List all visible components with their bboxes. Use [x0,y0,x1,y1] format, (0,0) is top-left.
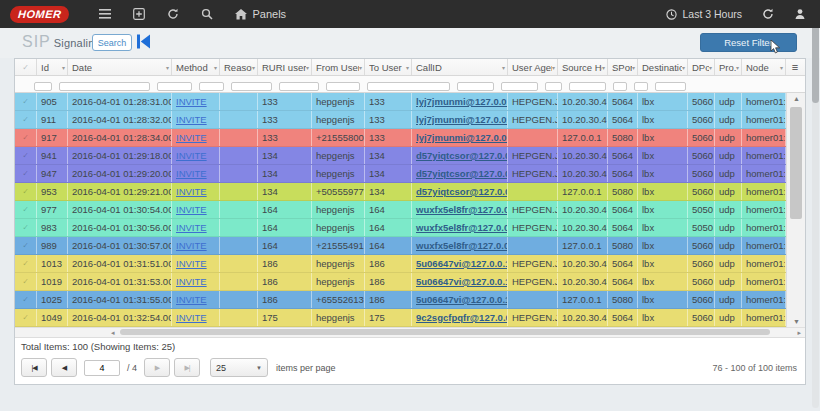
callid-link[interactable]: wuxfx5el8fr@127.0.0.1 [416,222,508,233]
filter-input-callid[interactable] [367,82,450,91]
callid-link[interactable]: d57yiqtcsor@127.0.0.1 [416,168,508,179]
method-link[interactable]: INVITE [176,222,207,233]
search-button[interactable]: Search [92,34,132,51]
sort-chevron-icon[interactable]: ▾ [682,64,685,71]
callid-link[interactable]: 5u06647vi@127.0.0.1 [416,276,508,287]
row-select-cell[interactable]: ✓ [15,201,37,218]
table-row[interactable]: ✓9532016-04-01 01:29:21.000 +...INVITE13… [15,183,805,201]
method-link[interactable]: INVITE [176,258,207,269]
row-select-cell[interactable]: ✓ [15,291,37,308]
filter-input-destinatio[interactable] [569,82,606,91]
column-header-date[interactable]: Date▾ [68,59,172,75]
filter-input-user-agent[interactable] [457,82,494,91]
sort-chevron-icon[interactable]: ▾ [552,64,555,71]
column-header-sport[interactable]: SPort▾ [608,59,638,75]
prev-page-button[interactable]: ◀ [51,358,77,377]
callid-link[interactable]: 9c2sgcfpqfr@127.0.0.1 [416,312,508,323]
filter-input-source-ho[interactable] [501,82,538,91]
row-select-cell[interactable]: ✓ [15,183,37,200]
select-all-header-cell[interactable]: ✓ [15,59,37,75]
method-link[interactable]: INVITE [176,132,207,143]
column-header-source-ho[interactable]: Source Ho...▾ [558,59,608,75]
row-select-cell[interactable]: ✓ [15,165,37,182]
column-header-dport[interactable]: DPort▾ [688,59,715,75]
filter-input-sport[interactable] [545,82,562,91]
column-header-to-user[interactable]: To User▾ [365,59,412,75]
sort-chevron-icon[interactable]: ▾ [359,64,362,71]
callid-link[interactable]: d57yiqtcsor@127.0.0.1 [416,150,508,161]
table-row[interactable]: ✓9412016-04-01 01:29:18.000 +...INVITE13… [15,147,805,165]
scrollbar-thumb[interactable] [790,107,802,219]
grid-vertical-scrollbar[interactable]: ▲ ▼ [786,93,805,327]
scroll-up-icon[interactable]: ▲ [787,95,805,102]
sort-chevron-icon[interactable]: ▾ [632,64,635,71]
column-header-reason[interactable]: Reason▾ [220,59,258,75]
table-row[interactable]: ✓9832016-04-01 01:30:56.000 +...INVITE16… [15,219,805,237]
sort-chevron-icon[interactable]: ▾ [214,64,217,71]
filter-input-reason[interactable] [199,82,224,91]
sort-chevron-icon[interactable]: ▾ [780,64,783,71]
callid-link[interactable]: lyj7jmunmi@127.0.0.1_b... [416,132,508,143]
filter-input-dport[interactable] [613,82,627,91]
column-menu-icon[interactable]: ≡ [786,59,804,75]
callid-link[interactable]: 5u06647vi@127.0.0.1 [416,258,508,269]
column-header-callid[interactable]: CallID▾ [412,59,508,75]
filter-input-ruri-user[interactable] [231,82,272,91]
row-select-cell[interactable]: ✓ [15,237,37,254]
sort-chevron-icon[interactable]: ▾ [709,64,712,71]
method-link[interactable]: INVITE [176,186,207,197]
filter-input-from-user[interactable] [279,82,319,91]
table-row[interactable]: ✓10192016-04-01 01:31:53.000 +...INVITE1… [15,273,805,291]
page-size-select[interactable]: 25 ▼ [210,358,268,377]
last-page-button[interactable]: ▶| [174,358,200,377]
scroll-left-icon[interactable]: ◂ [111,328,115,337]
scroll-right-icon[interactable]: ▸ [797,328,801,337]
table-row[interactable]: ✓10252016-04-01 01:31:55.000 +...INVITE1… [15,291,805,309]
refresh-icon[interactable] [167,8,179,20]
table-row[interactable]: ✓9772016-04-01 01:30:54.000 +...INVITE16… [15,201,805,219]
sort-chevron-icon[interactable]: ▾ [166,64,169,71]
hscrollbar-thumb[interactable] [120,329,770,335]
homer-logo[interactable]: HOMER [9,6,70,23]
filter-input-id[interactable] [34,82,52,91]
callid-link[interactable]: lyj7jmunmi@127.0.0.1 [416,114,508,125]
method-link[interactable]: INVITE [176,294,207,305]
grid-horizontal-scrollbar[interactable]: ◂ ▸ [15,327,805,338]
filter-input-method[interactable] [157,82,192,91]
reset-filter-button[interactable]: Reset Filter [700,33,797,52]
sort-chevron-icon[interactable]: ▾ [502,64,505,71]
page-vertical-scrollbar[interactable] [812,2,819,408]
column-header-destinatio[interactable]: Destinatio...▾ [638,59,688,75]
callid-link[interactable]: d57yiqtcsor@127.0.0.1_... [416,186,508,197]
filter-input-node[interactable] [655,82,686,91]
table-row[interactable]: ✓9112016-04-01 01:28:32.000 +...INVITE13… [15,111,805,129]
table-row[interactable]: ✓9052016-04-01 01:28:31.000 +...INVITE13… [15,93,805,111]
method-link[interactable]: INVITE [176,168,207,179]
next-page-button[interactable]: ▶ [144,358,170,377]
table-row[interactable]: ✓9172016-04-01 01:28:34.000 +...INVITE13… [15,129,805,147]
method-link[interactable]: INVITE [176,114,207,125]
method-link[interactable]: INVITE [176,204,207,215]
column-header-user-agent[interactable]: User Agent▾ [508,59,558,75]
table-row[interactable]: ✓9892016-04-01 01:30:57.000 +...INVITE16… [15,237,805,255]
sort-chevron-icon[interactable]: ▾ [252,64,255,71]
hamburger-menu-icon[interactable] [99,9,111,19]
sort-chevron-icon[interactable]: ▾ [602,64,605,71]
callid-link[interactable]: wuxfx5el8fr@127.0.0.1_... [416,240,508,251]
table-row[interactable]: ✓10492016-04-01 01:32:54.000 +...INVITE1… [15,309,805,327]
row-select-cell[interactable]: ✓ [15,93,37,110]
table-row[interactable]: ✓9472016-04-01 01:29:20.000 +...INVITE13… [15,165,805,183]
user-icon[interactable] [794,8,806,20]
column-header-from-user[interactable]: From User▾ [312,59,365,75]
sort-chevron-icon[interactable]: ▾ [306,64,309,71]
row-select-cell[interactable]: ✓ [15,129,37,146]
table-row[interactable]: ✓10132016-04-01 01:31:51.000 +...INVITE1… [15,255,805,273]
column-header-ruri-user[interactable]: RURI user▾ [258,59,312,75]
callid-link[interactable]: lyj7jmunmi@127.0.0.1 [416,96,508,107]
page-number-input[interactable] [84,360,120,376]
column-header-method[interactable]: Method▾ [172,59,220,75]
row-select-cell[interactable]: ✓ [15,255,37,272]
filter-input-date[interactable] [59,82,150,91]
row-select-cell[interactable]: ✓ [15,219,37,236]
row-select-cell[interactable]: ✓ [15,309,37,326]
